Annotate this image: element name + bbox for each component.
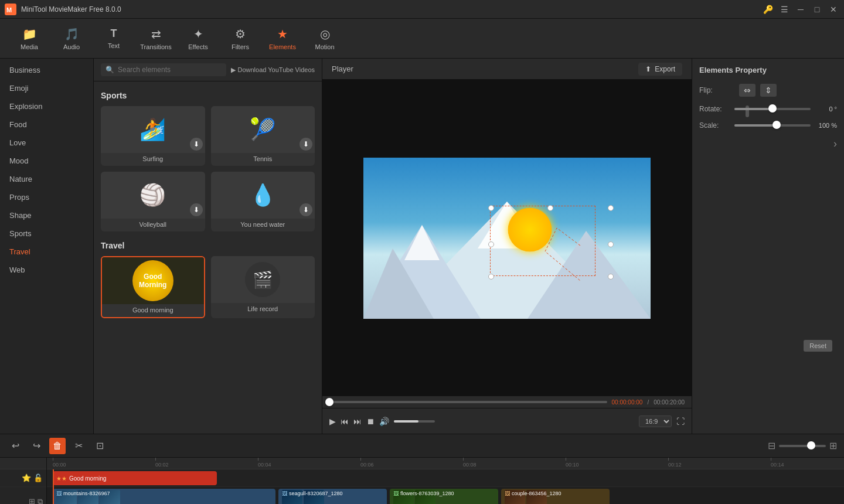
- minimize-btn[interactable]: ─: [795, 5, 806, 14]
- volleyball-download-btn[interactable]: ⬇: [190, 203, 203, 216]
- sidebar-item-travel[interactable]: Travel: [0, 243, 93, 261]
- maximize-btn[interactable]: □: [811, 5, 823, 14]
- zoom-in-icon[interactable]: ⊞: [829, 440, 837, 451]
- play-btn[interactable]: ▶: [329, 417, 336, 426]
- toolbar-transitions[interactable]: ⇄ Transitions: [136, 21, 176, 56]
- surfing-download-btn[interactable]: ⬇: [190, 138, 203, 151]
- water-download-btn[interactable]: ⬇: [300, 203, 312, 216]
- sidebar-item-emoji[interactable]: Emoji: [0, 79, 93, 97]
- search-box[interactable]: 🔍: [101, 63, 226, 76]
- zoom-controls: ⊟ ⊞: [768, 440, 837, 451]
- clip-mountains[interactable]: 🖼 mountains-8326967: [53, 489, 275, 504]
- export-icon: ⬆: [645, 65, 651, 73]
- element-tennis[interactable]: 🎾 ⬇ Tennis: [211, 106, 315, 166]
- toolbar-media[interactable]: 📁 Media: [9, 21, 49, 56]
- sidebar-item-business[interactable]: Business: [0, 61, 93, 79]
- main-layout: Business Emoji Explosion Food Love Mood …: [0, 59, 844, 434]
- seek-bar[interactable]: [329, 401, 607, 403]
- sidebar-item-web[interactable]: Web: [0, 261, 93, 279]
- rotate-slider[interactable]: [734, 108, 811, 110]
- water-label: You need water: [237, 219, 288, 231]
- volume-bar[interactable]: [394, 420, 435, 423]
- life-record-label: Life record: [244, 303, 281, 316]
- effects-label: Effects: [188, 43, 207, 50]
- scale-slider[interactable]: [734, 124, 811, 127]
- search-icon: 🔍: [106, 66, 114, 74]
- tennis-download-btn[interactable]: ⬇: [300, 138, 312, 151]
- sidebar-item-shape[interactable]: Shape: [0, 206, 93, 224]
- copy-media-btn[interactable]: ⧉: [38, 497, 43, 505]
- app-title: MiniTool MovieMaker Free 8.0.0: [21, 5, 762, 13]
- toolbar-filters[interactable]: ⚙ Filters: [220, 21, 260, 56]
- timeline-tracks[interactable]: 00:00 00:02 00:04 00:06 00:08 00:10 00:1…: [47, 458, 844, 504]
- fullscreen-btn[interactable]: ⛶: [676, 417, 685, 426]
- sidebar-item-nature[interactable]: Nature: [0, 170, 93, 188]
- export-button[interactable]: ⬆ Export: [638, 63, 682, 76]
- scale-label: Scale:: [699, 121, 734, 130]
- sidebar-item-food[interactable]: Food: [0, 115, 93, 134]
- element-water-thumb: 💧 ⬇: [211, 172, 315, 219]
- element-track-icon[interactable]: ⭐: [22, 474, 31, 482]
- element-life-record-thumb: 🎬: [211, 256, 315, 303]
- zoom-slider[interactable]: [779, 445, 826, 447]
- element-life-record[interactable]: 🎬 Life record: [211, 256, 315, 318]
- volume-btn[interactable]: 🔊: [379, 417, 389, 426]
- sidebar-item-explosion[interactable]: Explosion: [0, 97, 93, 115]
- flip-controls: ⇔ ⇕: [739, 84, 777, 97]
- mark-12: 00:12: [668, 458, 682, 468]
- player-header: Player ⬆ Export: [322, 59, 692, 80]
- flowers-clip-label: flowers-8763039_1280: [400, 491, 454, 496]
- toolbar-elements[interactable]: ★ Elements: [263, 21, 302, 56]
- elements-label: Elements: [269, 43, 296, 50]
- download-youtube-btn[interactable]: ▶ Download YouTube Videos: [231, 66, 315, 74]
- undo-btn[interactable]: ↩: [7, 438, 23, 454]
- stop-btn[interactable]: ⏹: [366, 417, 375, 426]
- element-good-morning[interactable]: Good Morning Good morning: [101, 256, 205, 318]
- search-input[interactable]: [118, 66, 222, 74]
- toolbar-text[interactable]: T Text: [94, 21, 134, 56]
- element-track: ★★ Good morning Edit Delete: [47, 469, 844, 487]
- clip-seagull[interactable]: 🖼 seagull-8320687_1280: [278, 489, 387, 504]
- element-lock-btn[interactable]: 🔓: [33, 474, 43, 482]
- main-toolbar: 📁 Media 🎵 Audio T Text ⇄ Transitions ✦ E…: [0, 19, 844, 59]
- sidebar-item-love[interactable]: Love: [0, 134, 93, 152]
- content-scrollbar[interactable]: [746, 70, 749, 363]
- delete-btn[interactable]: 🗑: [49, 438, 66, 454]
- redo-btn[interactable]: ↪: [28, 438, 45, 454]
- rotate-label: Rotate:: [699, 105, 734, 113]
- flip-vertical-btn[interactable]: ⇕: [760, 84, 777, 97]
- couple-clip-label: couple-863456_1280: [512, 491, 561, 496]
- ruler-marks: 00:00 00:02 00:04 00:06 00:08 00:10 00:1…: [47, 458, 844, 468]
- toolbar-audio[interactable]: 🎵 Audio: [52, 21, 91, 56]
- reset-btn[interactable]: Reset: [804, 340, 832, 352]
- playhead[interactable]: [53, 469, 54, 504]
- element-water[interactable]: 💧 ⬇ You need water: [211, 172, 315, 231]
- crop-btn[interactable]: ⊡: [91, 438, 108, 454]
- key-icon[interactable]: 🔑: [762, 5, 774, 14]
- cut-btn[interactable]: ✂: [70, 438, 87, 454]
- scale-value: 100 %: [811, 122, 837, 129]
- clip-flowers[interactable]: 🖼 flowers-8763039_1280: [390, 489, 498, 504]
- couple-clip-icon: 🖼: [505, 491, 510, 496]
- sidebar-item-props[interactable]: Props: [0, 188, 93, 206]
- expand-icon[interactable]: ›: [833, 138, 837, 150]
- clip-couple[interactable]: 🖼 couple-863456_1280: [501, 489, 610, 504]
- add-media-btn[interactable]: ⊞: [29, 497, 35, 504]
- close-btn[interactable]: ✕: [828, 5, 839, 14]
- timeline-content: ⭐ 🔓 ⊞ ⧉ ⊞ 🔓 ♪ 🔓 00:00 00:02: [0, 458, 844, 504]
- player-video: [322, 80, 692, 396]
- step-forward-btn[interactable]: ⏭: [353, 417, 362, 426]
- zoom-out-icon[interactable]: ⊟: [768, 440, 775, 451]
- toolbar-motion[interactable]: ◎ Motion: [305, 21, 345, 56]
- toolbar-effects[interactable]: ✦ Effects: [178, 21, 218, 56]
- step-back-btn[interactable]: ⏮: [341, 417, 349, 426]
- mark-14: 00:14: [771, 458, 784, 468]
- aspect-ratio-select[interactable]: 16:9 9:16 4:3 1:1: [639, 416, 672, 427]
- sidebar-item-sports[interactable]: Sports: [0, 224, 93, 243]
- seagull-clip-label: seagull-8320687_1280: [289, 491, 343, 496]
- good-morning-clip[interactable]: ★★ Good morning: [53, 471, 217, 485]
- element-volleyball[interactable]: 🏐 ⬇ Volleyball: [101, 172, 205, 231]
- sidebar-item-mood[interactable]: Mood: [0, 152, 93, 170]
- menu-icon[interactable]: ☰: [778, 5, 790, 14]
- element-surfing[interactable]: 🏄 ⬇ Surfing: [101, 106, 205, 166]
